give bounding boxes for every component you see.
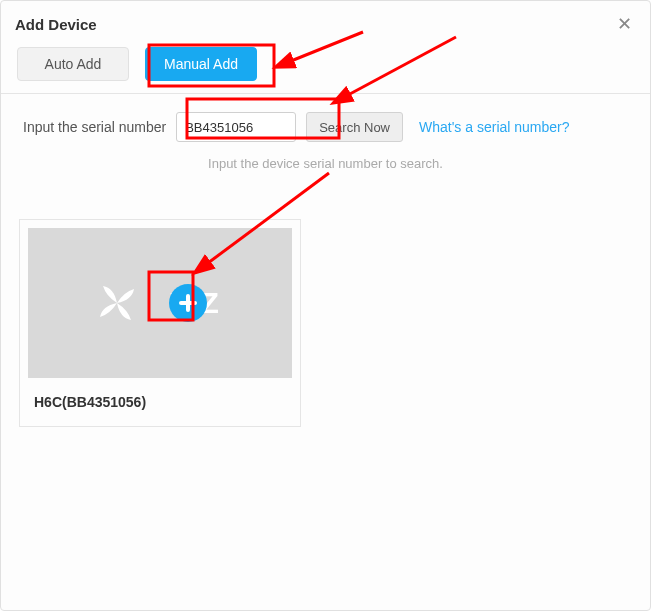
device-thumbnail: VIZ [28, 228, 292, 378]
serial-help-link[interactable]: What's a serial number? [419, 119, 570, 135]
titlebar: Add Device ✕ [1, 1, 650, 43]
add-device-button[interactable] [169, 284, 207, 322]
device-name: H6C(BB4351056) [28, 394, 292, 410]
tab-auto-add[interactable]: Auto Add [17, 47, 129, 81]
serial-input-row: Input the serial number Search Now What'… [1, 94, 650, 150]
svg-rect-1 [179, 301, 197, 305]
device-card: VIZ H6C(BB4351056) [19, 219, 301, 427]
close-icon[interactable]: ✕ [613, 11, 636, 37]
ezviz-fan-icon [100, 286, 134, 320]
serial-hint: Input the device serial number to search… [1, 156, 650, 171]
plus-icon [177, 292, 199, 314]
serial-input[interactable] [176, 112, 296, 142]
serial-label: Input the serial number [23, 119, 166, 135]
add-device-dialog: Add Device ✕ Auto Add Manual Add Input t… [0, 0, 651, 611]
tab-manual-add[interactable]: Manual Add [145, 47, 257, 81]
dialog-title: Add Device [15, 16, 97, 33]
tab-row: Auto Add Manual Add [1, 43, 650, 94]
search-now-button[interactable]: Search Now [306, 112, 403, 142]
